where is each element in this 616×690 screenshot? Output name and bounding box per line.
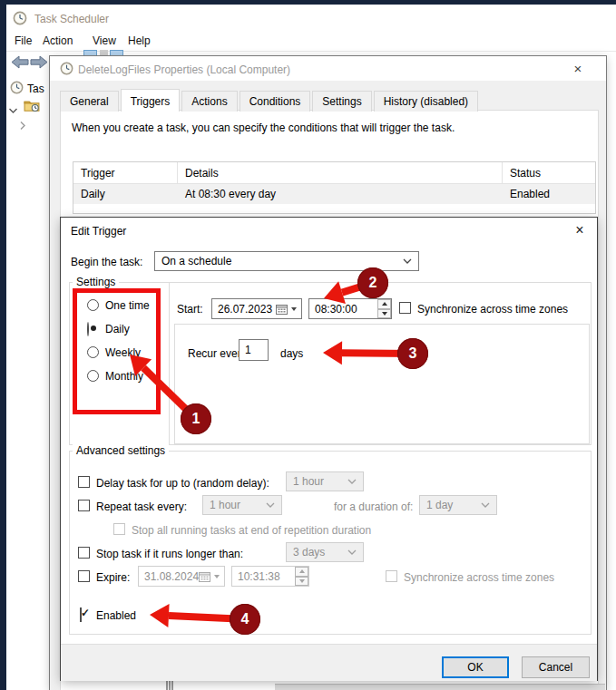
calendar-icon — [276, 304, 288, 315]
calendar-icon — [199, 571, 210, 582]
stop-task-checkbox[interactable] — [78, 547, 90, 559]
col-header-trigger[interactable]: Trigger — [73, 162, 178, 183]
enabled-checkbox[interactable] — [80, 607, 82, 622]
begin-task-label: Begin the task: — [71, 256, 142, 268]
cell-details: At 08:30 every day — [178, 184, 503, 204]
annotation-badge-4: 4 — [230, 604, 260, 635]
expire-date-picker: 31.08.2024 — [138, 566, 225, 587]
spinner-buttons — [377, 299, 391, 318]
delay-label: Delay task for up to (random delay): — [96, 477, 269, 490]
tree-root-clock-icon — [10, 81, 24, 97]
advanced-group-label: Advanced settings — [73, 444, 169, 457]
trigger-table-row[interactable]: Daily At 08:30 every day Enabled — [73, 184, 595, 204]
screenshot-root: Task Scheduler File Action View Help Tas — [0, 0, 616, 690]
chevron-down-icon — [403, 258, 412, 264]
annotation-badge-2: 2 — [357, 267, 388, 298]
spin-down-icon[interactable] — [377, 309, 391, 319]
recur-value: 1 — [245, 344, 251, 356]
tab-triggers[interactable]: Triggers — [121, 89, 181, 112]
enabled-label: Enabled — [96, 609, 136, 622]
recur-unit-label: days — [280, 347, 303, 360]
stop-task-value: 3 days — [293, 546, 325, 559]
tab-actions[interactable]: Actions — [181, 91, 237, 112]
delay-select: 1 hour — [286, 471, 364, 491]
cell-status: Enabled — [503, 184, 595, 204]
sync-timezones-checkbox[interactable] — [399, 302, 411, 314]
expire-checkbox[interactable] — [78, 570, 90, 582]
delay-value: 1 hour — [293, 475, 324, 488]
chevron-down-icon — [214, 575, 220, 578]
trigger-table-header: Trigger Details Status — [73, 162, 595, 184]
tab-history: History (disabled) — [374, 91, 478, 112]
forward-arrow-icon[interactable] — [30, 55, 48, 72]
cancel-button[interactable]: Cancel — [522, 656, 590, 678]
edit-trigger-title: Edit Trigger — [71, 225, 126, 238]
menu-file[interactable]: File — [15, 34, 32, 47]
duration-select: 1 day — [419, 495, 497, 515]
duration-label: for a duration of: — [334, 500, 413, 513]
expire-sync-label: Synchronize across time zones — [404, 571, 554, 584]
ok-button[interactable]: OK — [442, 656, 509, 678]
tab-conditions[interactable]: Conditions — [240, 91, 311, 112]
cell-trigger: Daily — [73, 184, 178, 204]
resize-grip — [166, 680, 174, 690]
repeat-checkbox[interactable] — [78, 500, 90, 511]
dialog-clock-icon — [60, 62, 73, 78]
repeat-select: 1 hour — [202, 495, 282, 515]
expire-sync-checkbox — [386, 570, 397, 582]
spin-up-icon[interactable] — [377, 299, 391, 309]
col-header-status[interactable]: Status — [503, 162, 595, 183]
settings-divider — [169, 282, 170, 445]
menu-view[interactable]: View — [93, 34, 116, 47]
start-date-picker[interactable]: 26.07.2023 — [211, 298, 302, 319]
menu-action[interactable]: Action — [43, 34, 73, 47]
annotation-badge-3: 3 — [397, 338, 428, 369]
chevron-right-icon[interactable] — [19, 121, 26, 133]
chevron-down-icon — [481, 502, 490, 508]
spinner-buttons — [295, 567, 308, 586]
tab-bar: General Triggers Actions Conditions Sett… — [60, 91, 480, 112]
window-title: Task Scheduler — [34, 13, 109, 25]
stop-all-label: Stop all running tasks at end of repetit… — [132, 524, 371, 537]
chevron-down-icon[interactable] — [8, 104, 18, 117]
app-clock-icon — [13, 11, 27, 28]
trigger-table: Trigger Details Status Daily At 08:30 ev… — [73, 161, 596, 214]
annotation-highlight-rect — [73, 288, 161, 414]
toolbar-icon-fragment — [110, 50, 123, 56]
screen-edge-left — [0, 0, 6, 690]
triggers-intro-text: When you create a task, you can specify … — [72, 121, 455, 134]
tab-settings[interactable]: Settings — [312, 91, 371, 112]
begin-task-value: On a schedule — [161, 255, 231, 267]
properties-close-icon[interactable]: × — [567, 59, 589, 77]
col-header-details[interactable]: Details — [178, 162, 503, 183]
scrollbar-fragment — [275, 684, 605, 690]
properties-title: DeleteLogFiles Properties (Local Compute… — [78, 63, 290, 76]
chevron-down-icon — [347, 549, 357, 555]
recur-input[interactable]: 1 — [239, 339, 269, 361]
chevron-down-icon — [291, 307, 297, 311]
properties-titlebar: DeleteLogFiles Properties (Local Compute… — [50, 56, 606, 81]
repeat-label: Repeat task every: — [96, 500, 187, 513]
start-date-value: 26.07.2023 — [218, 303, 272, 316]
toolbar-icon-fragment — [100, 50, 108, 56]
expire-time-value: 10:31:38 — [238, 570, 280, 583]
tab-general[interactable]: General — [60, 91, 119, 112]
annotation-badge-1: 1 — [181, 403, 211, 434]
expire-date-value: 31.08.2024 — [144, 570, 199, 583]
chevron-down-icon — [347, 479, 357, 484]
spin-up-icon — [295, 567, 308, 577]
edit-trigger-close-icon[interactable]: × — [569, 221, 591, 239]
tree-root-label[interactable]: Tas — [27, 83, 44, 95]
menu-help[interactable]: Help — [128, 34, 151, 47]
duration-value: 1 day — [426, 499, 453, 511]
library-folder-icon[interactable] — [24, 99, 40, 115]
repeat-value: 1 hour — [210, 499, 240, 511]
button-strip — [61, 644, 597, 681]
stop-task-label: Stop task if it runs longer than: — [96, 548, 243, 560]
expire-time-spinner: 10:31:38 — [231, 566, 309, 587]
expire-label: Expire: — [96, 571, 130, 584]
toolbar-icon-fragment — [83, 50, 97, 56]
delay-checkbox[interactable] — [78, 476, 90, 488]
back-arrow-icon[interactable] — [11, 55, 29, 72]
start-label: Start: — [177, 303, 203, 316]
